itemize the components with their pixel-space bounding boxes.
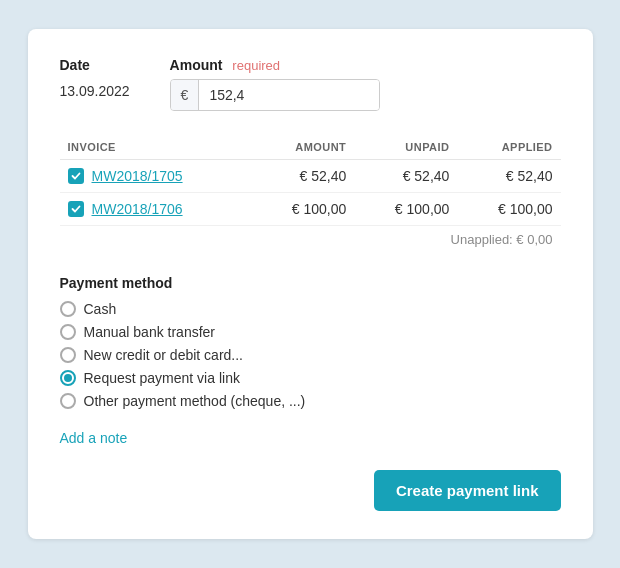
radio-label-new-card: New credit or debit card... [84,347,244,363]
col-applied: APPLIED [457,135,560,160]
radio-option-request-link[interactable]: Request payment via link [60,370,561,386]
date-value: 13.09.2022 [60,83,130,99]
create-payment-button[interactable]: Create payment link [374,470,561,511]
invoice-link-1[interactable]: MW2018/1705 [92,168,183,184]
radio-option-cash[interactable]: Cash [60,301,561,317]
cell-applied-2: € 100,00 [457,193,560,226]
amount-label-row: Amount required [170,57,380,73]
cell-applied-1: € 52,40 [457,160,560,193]
cell-amount-1: € 52,40 [251,160,354,193]
cell-unpaid-2: € 100,00 [354,193,457,226]
invoice-table: INVOICE AMOUNT UNPAID APPLIED [60,135,561,226]
table-row: MW2018/1706 € 100,00 € 100,00 € 100,00 [60,193,561,226]
checkbox-row-2[interactable] [68,201,84,217]
table-header-row: INVOICE AMOUNT UNPAID APPLIED [60,135,561,160]
date-field-group: Date 13.09.2022 [60,57,130,99]
radio-label-manual-bank: Manual bank transfer [84,324,216,340]
cell-amount-2: € 100,00 [251,193,354,226]
col-amount: AMOUNT [251,135,354,160]
invoice-table-section: INVOICE AMOUNT UNPAID APPLIED [60,135,561,257]
payment-method-title: Payment method [60,275,561,291]
unapplied-label: Unapplied: € 0,00 [60,226,561,257]
cell-invoice-1: MW2018/1705 [60,160,252,193]
col-invoice: INVOICE [60,135,252,160]
radio-option-manual-bank[interactable]: Manual bank transfer [60,324,561,340]
radio-label-other: Other payment method (cheque, ...) [84,393,306,409]
date-label: Date [60,57,130,73]
currency-symbol: € [171,80,200,110]
radio-label-request-link: Request payment via link [84,370,240,386]
radio-cash[interactable] [60,301,76,317]
top-fields: Date 13.09.2022 Amount required € [60,57,561,111]
radio-option-new-card[interactable]: New credit or debit card... [60,347,561,363]
amount-input-wrapper: € [170,79,380,111]
amount-field-group: Amount required € [170,57,380,111]
amount-label: Amount [170,57,223,73]
radio-other[interactable] [60,393,76,409]
checkbox-row-1[interactable] [68,168,84,184]
required-badge: required [232,58,280,73]
cell-unpaid-1: € 52,40 [354,160,457,193]
col-unpaid: UNPAID [354,135,457,160]
payment-card: Date 13.09.2022 Amount required € INVOIC… [28,29,593,539]
radio-new-card[interactable] [60,347,76,363]
cell-invoice-2: MW2018/1706 [60,193,252,226]
radio-manual-bank[interactable] [60,324,76,340]
amount-input[interactable] [199,80,378,110]
payment-method-section: Payment method Cash Manual bank transfer… [60,275,561,409]
radio-request-link[interactable] [60,370,76,386]
invoice-link-2[interactable]: MW2018/1706 [92,201,183,217]
radio-label-cash: Cash [84,301,117,317]
table-row: MW2018/1705 € 52,40 € 52,40 € 52,40 [60,160,561,193]
radio-option-other[interactable]: Other payment method (cheque, ...) [60,393,561,409]
footer-row: Create payment link [60,470,561,511]
add-note-link[interactable]: Add a note [60,430,128,446]
